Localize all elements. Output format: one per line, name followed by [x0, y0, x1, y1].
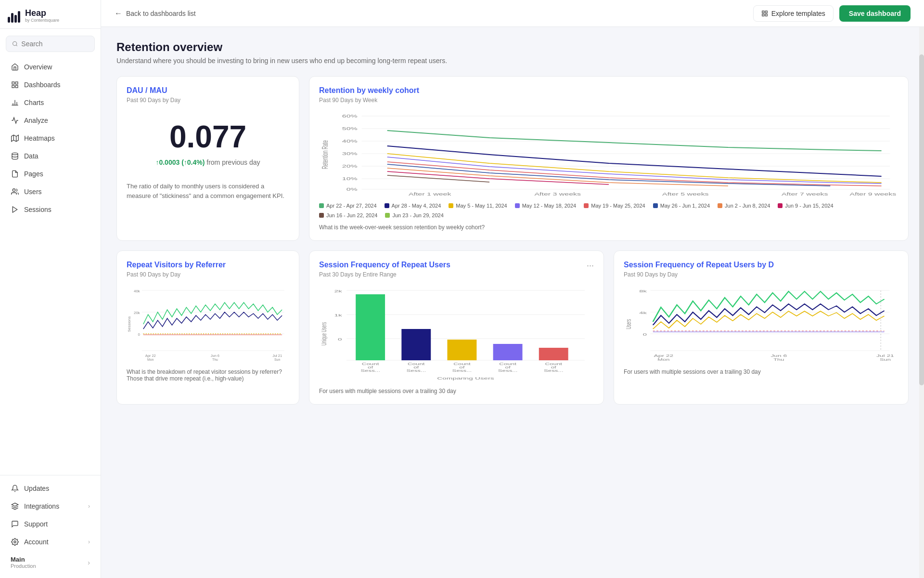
svg-text:Users: Users: [624, 319, 632, 329]
sidebar-item-analyze[interactable]: Analyze: [3, 112, 98, 129]
sidebar-item-sessions[interactable]: Sessions: [3, 201, 98, 218]
svg-text:Sess...: Sess...: [406, 368, 426, 372]
database-icon: [11, 152, 19, 160]
session-freq-card: Session Frequency of Repeat Users Past 3…: [309, 250, 604, 405]
repeat-visitors-subtitle: Past 90 Days by Day: [127, 271, 289, 278]
svg-text:After 1 week: After 1 week: [409, 192, 451, 197]
account-arrow-icon: ›: [88, 539, 90, 545]
legend-item-8: Jun 16 - Jun 22, 2024: [319, 212, 377, 218]
retention-question: What is the week-over-week session reten…: [319, 224, 898, 231]
svg-text:60%: 60%: [342, 114, 358, 118]
explore-templates-button[interactable]: Explore templates: [753, 5, 834, 22]
svg-text:Sessions: Sessions: [127, 316, 131, 332]
session-freq2-svg: Users 8k 4k 0 Apr 22 Mon: [624, 286, 898, 363]
sidebar-item-heatmaps[interactable]: Heatmaps: [3, 130, 98, 147]
scrollbar[interactable]: [919, 27, 924, 578]
svg-text:20%: 20%: [342, 164, 358, 169]
bar-0: [356, 294, 385, 360]
svg-marker-9: [12, 135, 19, 141]
svg-text:Sess...: Sess...: [498, 368, 518, 372]
sidebar-item-users[interactable]: Users: [3, 183, 98, 200]
env-sub: Production: [11, 563, 36, 569]
layers-icon: [11, 502, 19, 511]
repeat-visitors-question: What is the breakdown of repeat visitor …: [127, 368, 289, 382]
search-box[interactable]: [6, 36, 95, 52]
legend-label-9: Jun 23 - Jun 29, 2024: [392, 212, 443, 218]
svg-text:Thu: Thu: [773, 358, 784, 361]
legend-label-5: May 26 - Jun 1, 2024: [660, 203, 710, 209]
retention-svg: Retention Rate 60% 50%: [319, 111, 898, 198]
svg-point-16: [14, 541, 16, 543]
session-freq2-title: Session Frequency of Repeat Users by D: [624, 261, 898, 269]
sidebar-item-charts[interactable]: Charts: [3, 94, 98, 111]
search-container[interactable]: [0, 29, 101, 56]
environment-switcher[interactable]: Main Production ›: [3, 551, 98, 574]
save-dashboard-button[interactable]: Save dashboard: [839, 5, 911, 22]
legend-dot-1: [385, 203, 389, 208]
sidebar-item-analyze-label: Analyze: [24, 117, 48, 124]
search-input[interactable]: [21, 40, 89, 48]
sidebar-item-overview[interactable]: Overview: [3, 58, 98, 76]
svg-marker-15: [12, 503, 18, 506]
back-to-dashboards-link[interactable]: ← Back to dashboards list: [115, 9, 196, 18]
svg-text:Jul 21: Jul 21: [876, 354, 894, 357]
grid-row-1: DAU / MAU Past 90 Days by Day 0.077 ↑0.0…: [116, 76, 909, 241]
svg-rect-19: [762, 14, 764, 16]
search-icon: [12, 40, 18, 47]
svg-text:After 3 weeks: After 3 weeks: [535, 192, 581, 197]
legend-item-5: May 26 - Jun 1, 2024: [653, 203, 710, 209]
svg-text:20k: 20k: [134, 311, 140, 315]
dau-mau-change-up: ↑0.0003 (↑0.4%): [155, 158, 205, 166]
bell-icon: [11, 484, 19, 493]
sidebar-bottom: Updates Integrations › Support Account ›…: [0, 475, 101, 578]
sidebar-item-account[interactable]: Account ›: [3, 533, 98, 551]
bar-4: [539, 348, 568, 360]
svg-text:Thu: Thu: [212, 358, 218, 361]
svg-text:Unique Users: Unique Users: [320, 322, 328, 345]
svg-text:After 9 weeks: After 9 weeks: [850, 192, 897, 197]
sidebar-item-updates[interactable]: Updates: [3, 480, 98, 497]
sidebar-item-overview-label: Overview: [24, 63, 52, 71]
legend-label-7: Jun 9 - Jun 15, 2024: [785, 203, 833, 209]
repeat-visitors-svg: Sessions 40k 20k 0 Apr 22: [127, 286, 289, 363]
svg-text:Apr 22: Apr 22: [654, 354, 674, 357]
svg-rect-18: [765, 11, 767, 13]
repeat-visitors-title: Repeat Visitors by Referrer: [127, 261, 289, 269]
legend-item-4: May 19 - May 25, 2024: [584, 203, 645, 209]
session-freq-subtitle: Past 30 Days by Entire Range: [319, 271, 450, 278]
explore-templates-label: Explore templates: [771, 10, 825, 17]
svg-rect-1: [12, 82, 14, 84]
svg-text:Retention Rate: Retention Rate: [321, 140, 330, 169]
file-icon: [11, 170, 19, 178]
svg-text:1k: 1k: [334, 313, 343, 317]
sidebar-item-support[interactable]: Support: [3, 515, 98, 533]
session-freq-more-icon[interactable]: ···: [587, 261, 594, 271]
scrollbar-thumb[interactable]: [919, 54, 924, 385]
sidebar-item-integrations[interactable]: Integrations ›: [3, 498, 98, 515]
session-freq-chart: Unique Users 2k 1k 0: [319, 286, 594, 382]
legend-dot-2: [449, 203, 453, 208]
sidebar-item-dashboards[interactable]: Dashboards: [3, 76, 98, 93]
legend-dot-9: [385, 213, 390, 218]
dau-mau-value: 0.077: [127, 119, 289, 155]
svg-text:Jun 6: Jun 6: [211, 354, 219, 358]
header-actions: Explore templates Save dashboard: [753, 5, 911, 22]
svg-rect-20: [765, 14, 767, 16]
legend-label-6: Jun 2 - Jun 8, 2024: [725, 203, 770, 209]
repeat-visitors-chart: Sessions 40k 20k 0 Apr 22: [127, 286, 289, 363]
svg-text:Sess...: Sess...: [360, 368, 380, 372]
session-freq2-chart: Users 8k 4k 0 Apr 22 Mon: [624, 286, 898, 363]
svg-text:After 7 weeks: After 7 weeks: [782, 192, 828, 197]
sidebar: Heap by Contentsquare Overview Dashboard…: [0, 0, 101, 578]
legend-label-0: Apr 22 - Apr 27, 2024: [326, 203, 377, 209]
sidebar-item-data[interactable]: Data: [3, 147, 98, 165]
svg-text:40k: 40k: [134, 289, 140, 293]
legend-label-8: Jun 16 - Jun 22, 2024: [326, 212, 377, 218]
page-title: Retention overview: [116, 40, 909, 54]
svg-text:0: 0: [643, 332, 647, 337]
settings-icon: [11, 538, 19, 546]
session-freq2-subtitle: Past 90 Days by Day: [624, 271, 898, 278]
svg-text:Jul 21: Jul 21: [272, 354, 282, 358]
logo-bar-4: [18, 11, 20, 23]
sidebar-item-pages[interactable]: Pages: [3, 165, 98, 183]
